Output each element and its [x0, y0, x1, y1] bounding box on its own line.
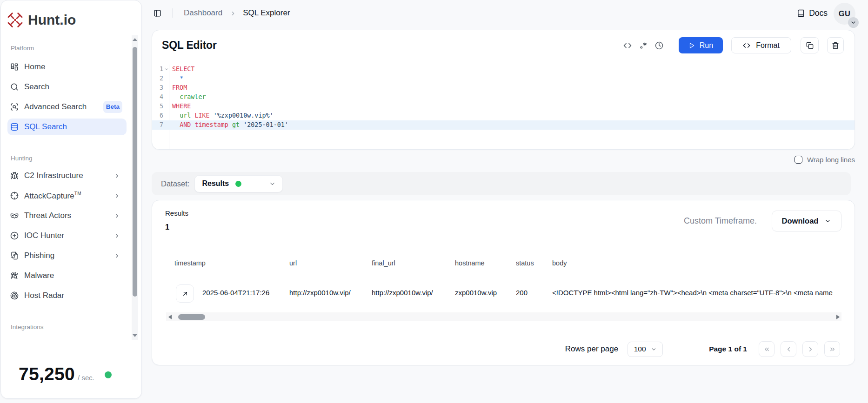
- phishing-icon: [10, 251, 19, 260]
- sidebar-item-threat-actors[interactable]: Threat Actors: [7, 207, 127, 224]
- events-rate-unit: / sec.: [78, 374, 94, 382]
- dataset-select[interactable]: Results: [194, 175, 283, 192]
- sidebar-scrollbar-thumb[interactable]: [133, 47, 137, 297]
- open-row-button[interactable]: [176, 284, 194, 303]
- cell-body: <!DOCTYPE html><html lang="zh-TW"><head>…: [552, 289, 855, 297]
- run-button[interactable]: Run: [679, 37, 723, 53]
- sidebar-item-label: Phishing: [24, 251, 54, 260]
- results-header-left: Results 1: [165, 209, 188, 231]
- prev-page-button[interactable]: [781, 341, 796, 357]
- scroll-right-arrow-icon[interactable]: [834, 312, 841, 321]
- code-line-5[interactable]: 5WHERE: [152, 102, 855, 111]
- code-token-kw: SELECT: [172, 66, 194, 73]
- events-rate: 75,250 / sec.: [19, 364, 112, 384]
- scroll-up-arrow-icon[interactable]: [132, 35, 138, 44]
- column-header-final_url[interactable]: final_url: [372, 259, 395, 267]
- code-view-button[interactable]: [620, 38, 635, 53]
- column-header-url[interactable]: url: [289, 259, 297, 267]
- code-line-4[interactable]: 4 crawler: [152, 92, 855, 102]
- code-token-name: crawler: [180, 93, 206, 100]
- chevron-right-icon: [114, 173, 120, 179]
- page-size-select[interactable]: 100: [628, 342, 663, 357]
- sidebar-item-host-radar[interactable]: Host Radar: [7, 287, 127, 304]
- code-line-1[interactable]: 1SELECT: [152, 65, 855, 74]
- scroll-down-arrow-icon[interactable]: [132, 331, 138, 340]
- sidebar-toggle-button[interactable]: [154, 9, 161, 17]
- sql-code-editor[interactable]: 1SELECT2 *3FROM4 crawler5WHERE6 url LIKE…: [152, 65, 855, 149]
- sidebar-item-malware[interactable]: Malware: [7, 267, 127, 284]
- sidebar-item-label: Malware: [24, 271, 54, 280]
- code-token-name: url: [180, 112, 191, 119]
- sidebar-item-home[interactable]: Home: [7, 59, 127, 75]
- next-page-button[interactable]: [802, 341, 818, 357]
- dataset-value: Results: [202, 179, 229, 188]
- custom-timeframe-label[interactable]: Custom Timeframe.: [684, 216, 757, 226]
- column-header-body[interactable]: body: [552, 259, 567, 267]
- download-label: Download: [782, 217, 819, 225]
- regex-button[interactable]: [635, 38, 651, 53]
- sidebar-item-phishing[interactable]: Phishing: [7, 247, 127, 264]
- code-line-2[interactable]: 2 *: [152, 74, 855, 83]
- sidebar-item-search[interactable]: Search: [7, 79, 127, 95]
- chevron-down-icon: [850, 20, 856, 26]
- table-row[interactable]: 2025-06-04T21:17:26 http://zxp0010w.vip/…: [152, 274, 855, 312]
- last-page-button[interactable]: [824, 341, 840, 357]
- layout-dashboard-icon: [10, 63, 19, 71]
- horizontal-scrollbar-track[interactable]: [174, 312, 834, 321]
- line-number: 3: [152, 83, 163, 92]
- sidebar-item-attackcapture[interactable]: AttackCaptureTM: [7, 187, 127, 204]
- column-header-status[interactable]: status: [516, 259, 534, 267]
- code-line-6[interactable]: 6 url LIKE '%zxp0010w.vip%': [152, 111, 855, 120]
- horizontal-scrollbar[interactable]: [166, 312, 841, 321]
- docs-button[interactable]: Docs: [797, 8, 828, 18]
- user-menu-chevron-button[interactable]: [848, 17, 859, 28]
- fold-chevron-icon[interactable]: [164, 67, 169, 72]
- sidebar-item-label: IOC Hunter: [24, 231, 64, 240]
- download-button[interactable]: Download: [772, 211, 841, 231]
- code-line-content: crawler: [172, 92, 855, 102]
- code-line-content: WHERE: [172, 102, 855, 111]
- column-header-timestamp[interactable]: timestamp: [174, 259, 206, 267]
- breadcrumb-chevron-icon: [230, 10, 236, 17]
- brand-name: Hunt.io: [28, 12, 76, 28]
- sql-editor-card: SQL Editor Run Format 1SELECT2 *3FROM4 c: [152, 30, 855, 150]
- code-token-kw: timestamp: [194, 121, 228, 128]
- code-line-3[interactable]: 3FROM: [152, 83, 855, 92]
- crosshair-icon: [10, 192, 19, 200]
- sidebar-nav: PlatformHomeSearchAdvanced SearchBetaSQL…: [1, 28, 141, 331]
- code-token-plain: [172, 112, 180, 119]
- wrap-long-lines-checkbox[interactable]: [795, 156, 802, 164]
- scroll-left-arrow-icon[interactable]: [166, 312, 174, 321]
- sidebar-scrollbar[interactable]: [132, 35, 138, 340]
- radar-icon: [10, 291, 19, 300]
- breadcrumb-current: SQL Explorer: [243, 8, 290, 18]
- bug-icon: [10, 172, 19, 180]
- copy-button[interactable]: [801, 37, 819, 53]
- sidebar-item-c2-infrastructure[interactable]: C2 Infrastructure: [7, 167, 127, 184]
- code-token-plain: [240, 121, 243, 128]
- code-line-7[interactable]: 7 AND timestamp gt '2025-01-01': [152, 120, 855, 130]
- brand-logo[interactable]: Hunt.io: [1, 0, 141, 28]
- delete-button[interactable]: [827, 37, 844, 53]
- section-label-platform: Platform: [11, 45, 127, 52]
- sidebar-item-ioc-hunter[interactable]: IOC Hunter: [7, 227, 127, 244]
- topbar-right: Docs GU: [797, 1, 855, 25]
- wrap-option-row: Wrap long lines: [152, 155, 855, 164]
- horizontal-scrollbar-thumb[interactable]: [178, 314, 205, 320]
- cell-status: 200: [516, 289, 527, 297]
- chevron-down-icon: [824, 218, 831, 225]
- page-size-value: 100: [634, 345, 646, 353]
- sql-editor-title: SQL Editor: [162, 39, 217, 52]
- history-button[interactable]: [651, 38, 667, 53]
- chevron-left-icon: [785, 346, 792, 353]
- format-button[interactable]: Format: [731, 37, 791, 53]
- sidebar-item-label: SQL Search: [24, 122, 67, 132]
- sidebar-item-sql-search[interactable]: SQL Search: [7, 119, 127, 135]
- cell-final-url: http://zxp0010w.vip/: [372, 289, 433, 297]
- first-page-button[interactable]: [759, 341, 775, 357]
- sidebar-item-advanced-search[interactable]: Advanced SearchBeta: [7, 99, 127, 115]
- sidebar-item-label: C2 Infrastructure: [24, 171, 83, 180]
- breadcrumb-parent[interactable]: Dashboard: [184, 8, 222, 18]
- page-info: Page 1 of 1: [709, 345, 747, 353]
- column-header-hostname[interactable]: hostname: [455, 259, 485, 267]
